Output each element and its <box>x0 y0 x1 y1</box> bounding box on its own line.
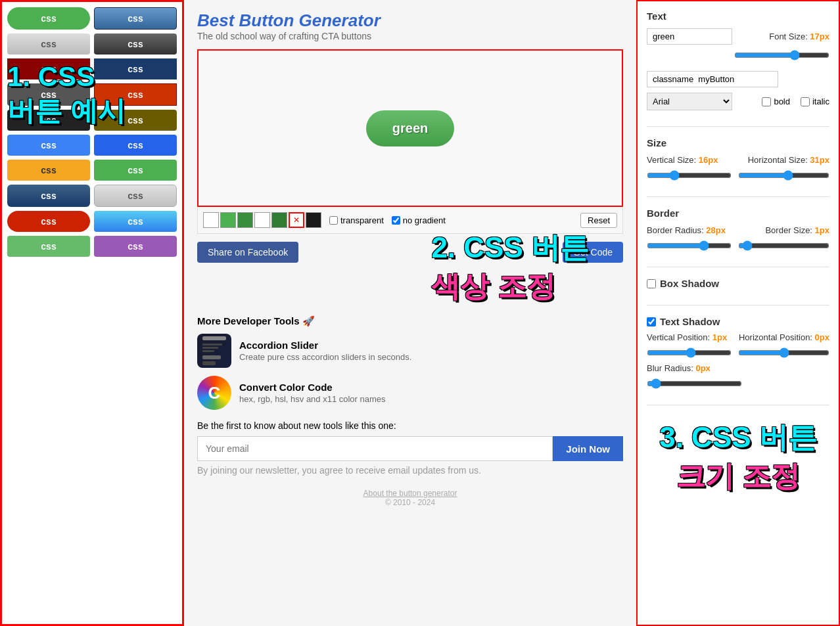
right-panel-overlay-text: 3. CSS 버튼 크기 조정 <box>647 418 829 496</box>
sidebar-btn-7[interactable]: css <box>7 83 90 106</box>
sidebar-btn-5[interactable]: css <box>7 58 90 79</box>
size-overlay-line1: 3. CSS 버튼 <box>647 418 829 457</box>
border-radius-row: Border Radius: 28px Border Size: 1px <box>647 225 829 235</box>
swatch-dark-green[interactable] <box>237 212 253 228</box>
swatch-black[interactable] <box>306 212 321 228</box>
text-slider-row <box>647 50 829 66</box>
font-size-value: 17px <box>810 32 829 41</box>
sidebar-btn-9[interactable]: css <box>7 110 90 131</box>
action-row: Share on Facebook Get Code <box>197 242 623 263</box>
sidebar-btn-17[interactable]: css <box>7 211 90 232</box>
sidebar-btn-1[interactable]: css <box>7 7 90 30</box>
sidebar-btn-16[interactable]: css <box>94 185 177 207</box>
more-tools-section: More Developer Tools 🚀 Accordion Slider … <box>197 315 623 410</box>
sidebar-btn-3[interactable]: css <box>7 34 90 55</box>
reset-button[interactable]: Reset <box>580 213 617 228</box>
italic-checkbox[interactable] <box>801 97 810 106</box>
size-section-title: Size <box>647 137 829 148</box>
preview-button[interactable]: green <box>366 110 454 146</box>
size-section: Size Vertical Size: 16px Horizontal Size… <box>647 137 829 197</box>
bold-label[interactable]: bold <box>762 97 790 106</box>
sidebar-btn-18[interactable]: css <box>94 211 177 232</box>
box-shadow-checkbox[interactable] <box>647 279 656 288</box>
accordion-icon <box>197 334 231 368</box>
tool-accordion: Accordion Slider Create pure css accordi… <box>197 334 623 368</box>
classname-input[interactable] <box>647 71 778 87</box>
footer: About the button generator © 2010 - 2024 <box>197 489 623 507</box>
swatch-darker-green[interactable] <box>271 212 287 228</box>
more-tools-title: More Developer Tools 🚀 <box>197 315 623 327</box>
text-shadow-horizontal-slider[interactable] <box>738 347 829 358</box>
transparent-checkbox-label[interactable]: transparent <box>329 215 384 225</box>
vertical-size-value: 16px <box>699 155 718 165</box>
blur-radius-label: Blur Radius: 0px <box>647 363 711 373</box>
border-size-value: 1px <box>815 225 829 235</box>
footer-copyright: © 2010 - 2024 <box>385 498 435 507</box>
color-tool-desc: hex, rgb, hsl, hsv and x11 color names <box>239 394 386 404</box>
overlay-line2: 색상 조정 <box>431 267 589 306</box>
blur-radius-slider[interactable] <box>647 378 742 389</box>
sidebar-btn-11[interactable]: css <box>7 135 90 156</box>
text-section: Text Font Size: 17px Arial Verdana Georg… <box>647 11 829 127</box>
blur-radius-value: 0px <box>695 363 710 373</box>
text-shadow-label[interactable]: Text Shadow <box>647 316 829 327</box>
classname-row <box>647 71 829 87</box>
sidebar-btn-13[interactable]: css <box>7 160 90 181</box>
sidebar-btn-20[interactable]: css <box>94 236 177 257</box>
size-overlay-line2: 크기 조정 <box>647 457 829 496</box>
swatch-x[interactable]: ✕ <box>289 212 304 228</box>
horizontal-size-slider[interactable] <box>738 170 829 181</box>
border-size-slider[interactable] <box>738 240 829 251</box>
share-facebook-button[interactable]: Share on Facebook <box>197 242 298 263</box>
text-shadow-vertical-label: Vertical Position: 1px <box>647 332 727 342</box>
sidebar-btn-4[interactable]: css <box>94 34 177 55</box>
swatch-white2[interactable] <box>254 212 270 228</box>
text-color-input[interactable] <box>647 28 732 45</box>
sidebar-btn-15[interactable]: css <box>7 185 90 207</box>
border-radius-slider[interactable] <box>647 240 732 251</box>
newsletter-form: Join Now <box>197 436 623 461</box>
text-shadow-title: Text Shadow <box>660 316 720 327</box>
font-size-label: Font Size: 17px <box>769 32 829 41</box>
text-color-row: Font Size: 17px <box>647 28 829 45</box>
sidebar-btn-8[interactable]: css <box>94 83 177 106</box>
sidebar-btn-10[interactable]: css <box>94 110 177 131</box>
accordion-tool-info: Accordion Slider Create pure css accordi… <box>239 340 411 362</box>
sidebar: 1. CSS 버튼 예시 css css css css css css css… <box>0 0 184 626</box>
color-picker-row: ✕ transparent no gradient Reset <box>197 207 623 234</box>
text-shadow-horizontal-label: Horizontal Position: 0px <box>739 332 829 342</box>
sidebar-btn-6[interactable]: css <box>94 58 177 79</box>
accordion-tool-name: Accordion Slider <box>239 340 411 351</box>
join-now-button[interactable]: Join Now <box>553 436 623 461</box>
email-input[interactable] <box>197 436 553 461</box>
vertical-size-label: Vertical Size: 16px <box>647 155 718 165</box>
color-tool-info: Convert Color Code hex, rgb, hsl, hsv an… <box>239 382 386 404</box>
font-select[interactable]: Arial Verdana Georgia <box>647 93 732 110</box>
sidebar-btn-19[interactable]: css <box>7 236 90 257</box>
font-size-slider[interactable] <box>734 50 829 60</box>
size-sliders <box>647 170 829 186</box>
vertical-size-slider[interactable] <box>647 170 732 181</box>
box-shadow-label[interactable]: Box Shadow <box>647 278 829 289</box>
sidebar-btn-12[interactable]: css <box>94 135 177 156</box>
text-section-title: Text <box>647 11 829 22</box>
sidebar-btn-14[interactable]: css <box>94 160 177 181</box>
text-shadow-checkbox[interactable] <box>647 317 656 326</box>
swatch-white[interactable] <box>203 212 219 228</box>
border-radius-label: Border Radius: 28px <box>647 225 726 235</box>
text-shadow-position-row: Vertical Position: 1px Horizontal Positi… <box>647 332 829 342</box>
sidebar-btn-2[interactable]: css <box>94 7 177 30</box>
border-section-title: Border <box>647 208 829 219</box>
italic-label[interactable]: italic <box>801 97 829 106</box>
no-gradient-checkbox[interactable] <box>392 216 400 225</box>
footer-link[interactable]: About the button generator <box>363 489 457 498</box>
main-content: Best Button Generator The old school way… <box>184 0 636 626</box>
bold-checkbox[interactable] <box>762 97 771 106</box>
get-code-button[interactable]: Get Code <box>563 242 623 263</box>
text-shadow-vertical-slider[interactable] <box>647 347 732 358</box>
transparent-checkbox[interactable] <box>329 216 338 225</box>
horizontal-size-label: Horizontal Size: 31px <box>748 155 829 165</box>
swatch-green[interactable] <box>220 212 236 228</box>
no-gradient-checkbox-label[interactable]: no gradient <box>392 215 446 225</box>
text-shadow-horizontal-value: 0px <box>815 332 829 342</box>
